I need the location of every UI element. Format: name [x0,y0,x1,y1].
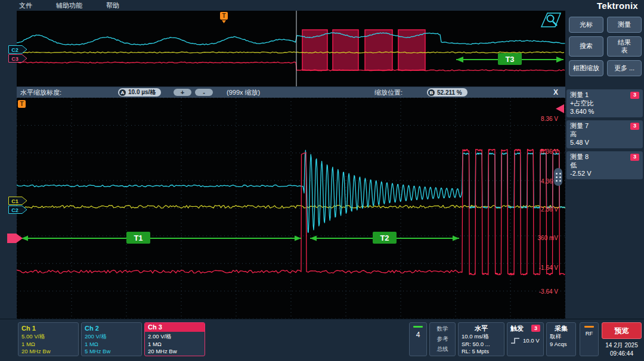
voltage-scale-label: -3.64 V [539,288,558,295]
results-table-button[interactable]: 结果表 [607,36,642,57]
t3-label: T3 [505,55,514,64]
waveform-main[interactable]: T1 T2 T [17,98,565,319]
svg-text:C3: C3 [11,56,18,62]
zoom-position-label: 缩放位置: [374,88,402,97]
magnifier-icon[interactable] [541,13,561,27]
rf-color-dash-icon [584,326,594,328]
zoom-in-button[interactable]: + [174,89,191,96]
ch2-trace-overview [17,33,565,45]
measurement-value: 5.48 V [570,139,639,147]
t2-label: T2 [380,234,389,242]
date-time: 14 2月 2025 09:46:44 [602,341,642,357]
rising-edge-icon [510,337,520,344]
channel-4-badge[interactable]: 4 [409,322,427,356]
zoom-control-bar: 水平缩放标度: A 10.0 µs/格 + - (999x 缩放) 缩放位置: … [17,87,565,98]
measurement-value: -2.52 V [570,170,639,178]
acquisition-badge[interactable]: 采集 取样 9 Acqs [546,322,576,356]
svg-text:C2: C2 [11,47,18,53]
measure-button[interactable]: 测量 [607,17,642,33]
zoom-out-button[interactable]: - [195,89,213,96]
right-sidebar: 光标 测量 搜索 结果表 框图缩放 更多 ... 测量 13 +占空比 3.64… [565,11,644,319]
voltage-scale-label: 6.36 V [541,148,558,155]
channel-tag-c2-main[interactable]: C2 [8,206,27,216]
svg-text:T: T [20,101,23,107]
measurement-title: 测量 1 [570,91,589,99]
trigger-level-offscreen-arrow-icon[interactable] [556,104,564,113]
channel-1-badge[interactable]: Ch 1 5.00 V/格 1 MΩ 20 MHz Bw [18,322,79,356]
menu-bar: 文件 辅助功能 帮助 [0,0,644,11]
measurement-value: 3.640 % [570,108,639,116]
svg-text:T: T [222,13,225,19]
ch3-position-arrow-icon[interactable] [7,234,23,245]
menu-help[interactable]: 帮助 [106,1,119,10]
zoom-scale-value[interactable]: A 10.0 µs/格 [118,88,161,97]
t1-label: T1 [134,234,143,242]
search-button[interactable]: 搜索 [569,36,603,57]
math-ref-bus-badge[interactable]: 数学 参考 总线 [429,322,456,356]
overview-panel: T3 T [17,11,565,86]
measurement-card-1[interactable]: 测量 13 +占空比 3.640 % [566,89,643,117]
voltage-scale-label: -1.64 V [539,264,558,271]
knob-a-icon: A [119,89,126,96]
oscilloscope-screen: 文件 辅助功能 帮助 Tektronix T3 [0,0,644,361]
measurement-title: 测量 7 [570,122,589,130]
zoom-scale-label: 水平缩放标度: [20,88,61,97]
t1-measurement-arrow: T1 [21,232,301,244]
source-badge: 3 [630,154,639,161]
trigger-source-badge: 3 [531,325,540,332]
zoom-toggle-button[interactable]: 框图缩放 [569,60,603,76]
source-badge: 3 [630,123,639,130]
main-waveform-panel: T1 T2 T 8.36 V 6.36 V 4.36 V 2.36 V 360 … [17,98,565,319]
graticule [17,98,565,319]
channel-tag-c3-overview[interactable]: C3 [8,54,27,65]
horizontal-badge[interactable]: 水平 10.0 ms/格 SR: 50.0 ... RL: 5 Mpts [458,322,504,356]
svg-text:C1: C1 [11,198,18,204]
waveform-overview[interactable]: T3 T [17,11,565,86]
trigger-level-value: 10.0 V [523,337,539,345]
svg-text:C2: C2 [11,207,18,213]
ch3-trace-overview [17,62,565,71]
measurement-name: 低 [570,161,639,170]
cursors-button[interactable]: 光标 [569,17,603,33]
measurement-title: 测量 8 [570,153,589,161]
bottom-bar: Ch 1 5.00 V/格 1 MΩ 20 MHz Bw Ch 2 200 V/… [0,319,644,361]
trigger-badge[interactable]: 触发3 10.0 V [507,322,544,356]
channel-2-badge[interactable]: Ch 2 200 V/格 1 MΩ 5 MHz Bw [81,322,142,356]
source-badge: 3 [630,92,639,99]
t2-measurement-arrow: T2 [310,232,459,244]
menu-utility[interactable]: 辅助功能 [56,1,82,10]
results-drag-handle[interactable] [554,168,562,186]
channel-4-color-dash-icon [413,326,423,328]
t3-measurement-arrow: T3 [456,53,564,65]
more-button[interactable]: 更多 ... [607,60,642,76]
voltage-scale-label: 8.36 V [541,116,558,122]
measurement-name: +占空比 [570,99,639,108]
measurement-name: 高 [570,130,639,139]
rf-badge[interactable]: RF [580,322,599,356]
menu-file[interactable]: 文件 [19,1,32,10]
channel-3-badge[interactable]: Ch 3 2.00 V/格 1 MΩ 20 MHz Bw [144,322,205,356]
voltage-scale-label: 2.36 V [541,206,558,213]
measurement-card-8[interactable]: 测量 83 低 -2.52 V [566,151,643,179]
measurement-card-7[interactable]: 测量 73 高 5.48 V [566,120,643,148]
voltage-scale-label: 360 mV [538,235,558,241]
tektronix-logo: Tektronix [597,1,638,11]
knob-b-icon: B [428,89,435,96]
zoom-position-value[interactable]: B 52.211 % [427,88,467,97]
trigger-position-marker[interactable]: T [220,12,228,23]
preview-button[interactable]: 预览 [602,322,642,339]
zoom-factor-label: (999x 缩放) [227,88,260,97]
trigger-source-marker: T [18,100,26,108]
ch1-trace-overview [17,52,564,53]
close-zoom-button[interactable]: X [553,88,558,97]
